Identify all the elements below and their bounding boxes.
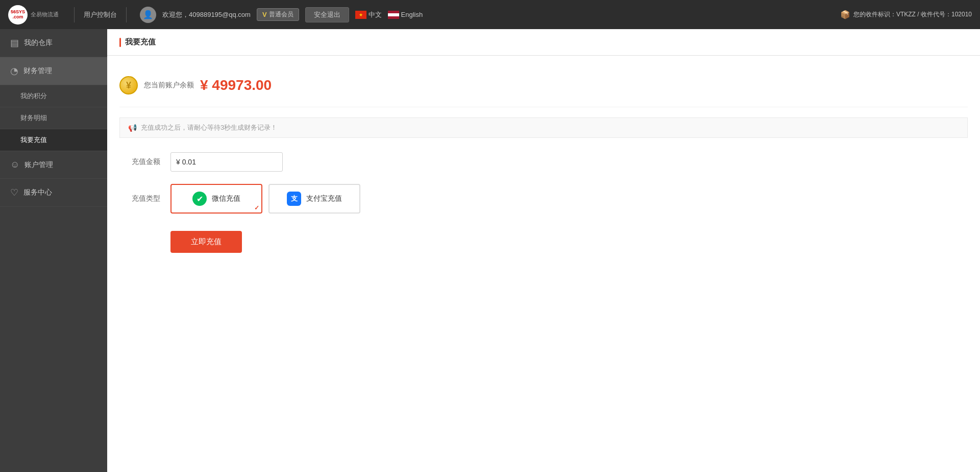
- sidebar-item-finance[interactable]: ◔ 财务管理: [0, 57, 107, 85]
- logout-button[interactable]: 安全退出: [305, 7, 349, 22]
- member-v-icon: V: [262, 11, 267, 18]
- balance-label: 您当前账户余额: [144, 81, 194, 90]
- header-divider2: [126, 7, 127, 22]
- content-body: ¥ 您当前账户余额 ¥ 49973.00 📢 充值成功之后，请耐心等待3秒生成财…: [107, 56, 980, 472]
- amount-form-row: 充值金额: [119, 152, 968, 172]
- header-right: 📦 您的收件标识：VTKZZ / 收件代号：102010: [840, 10, 972, 19]
- finance-icon: ◔: [10, 65, 18, 77]
- sidebar-item-label: 我的仓库: [24, 38, 53, 48]
- wechat-payment-option[interactable]: ✔ 微信充值: [170, 184, 262, 214]
- sidebar-item-label: 账户管理: [24, 160, 53, 170]
- alipay-payment-option[interactable]: 支 支付宝充值: [268, 184, 360, 214]
- sidebar-sub-item-recharge[interactable]: 我要充值: [0, 129, 107, 151]
- wechat-icon: ✔: [192, 192, 207, 206]
- payment-options: ✔ 微信充值 支 支付宝充值: [170, 184, 360, 214]
- page-header: 我要充值: [107, 29, 980, 56]
- balance-area: ¥ 您当前账户余额 ¥ 49973.00: [119, 66, 968, 107]
- avatar: 👤: [140, 7, 156, 23]
- amount-input[interactable]: [170, 152, 283, 172]
- flag-th: [388, 11, 399, 19]
- flag-cn: ★: [355, 11, 366, 19]
- recharge-label: 我要充值: [20, 135, 47, 145]
- sidebar-item-label: 财务管理: [23, 66, 52, 76]
- sidebar-sub-item-statement[interactable]: 财务明细: [0, 107, 107, 129]
- statement-label: 财务明细: [20, 113, 47, 123]
- package-icon: 📦: [840, 10, 850, 19]
- lang-en-item[interactable]: English: [388, 11, 423, 19]
- lang-en-label: English: [401, 11, 423, 18]
- lang-cn-label: 中文: [369, 10, 382, 19]
- sidebar-item-service[interactable]: ♡ 服务中心: [0, 179, 107, 207]
- member-badge: V 普通会员: [257, 8, 299, 21]
- sidebar: ▤ 我的仓库 ◔ 财务管理 我的积分 财务明细 我要充值 ☺ 账户管理 ♡ 服务…: [0, 29, 107, 472]
- member-badge-label: 普通会员: [269, 10, 293, 19]
- notice-icon: 📢: [128, 124, 137, 132]
- service-icon: ♡: [10, 187, 18, 198]
- alipay-icon: 支: [287, 192, 301, 206]
- logo: 56SYS.com 全易物流通: [8, 5, 59, 25]
- points-label: 我的积分: [20, 91, 47, 101]
- lang-cn-item[interactable]: ★ 中文: [355, 10, 382, 19]
- user-panel-label: 用户控制台: [84, 10, 117, 19]
- main-layout: ▤ 我的仓库 ◔ 财务管理 我的积分 财务明细 我要充值 ☺ 账户管理 ♡ 服务…: [0, 29, 980, 472]
- coin-icon: ¥: [119, 76, 138, 95]
- header: 56SYS.com 全易物流通 用户控制台 👤 欢迎您，409889195@qq…: [0, 0, 980, 29]
- payment-type-form-row: 充值类型 ✔ 微信充值 支 支付宝充值: [119, 184, 968, 214]
- account-icon: ☺: [10, 159, 19, 170]
- logo-subtitle: 全易物流通: [31, 11, 59, 18]
- warehouse-icon: ▤: [10, 37, 19, 49]
- welcome-text: 欢迎您，409889195@qq.com: [162, 10, 251, 19]
- page-title: 我要充值: [125, 37, 156, 47]
- sidebar-item-account[interactable]: ☺ 账户管理: [0, 151, 107, 179]
- package-label: 您的收件标识：VTKZZ / 收件代号：102010: [853, 10, 972, 19]
- logo-icon: 56SYS.com: [8, 5, 28, 25]
- balance-amount: ¥ 49973.00: [200, 77, 272, 93]
- alipay-label: 支付宝充值: [306, 194, 342, 203]
- notice-bar: 📢 充值成功之后，请耐心等待3秒生成财务记录！: [119, 117, 968, 138]
- content-area: 我要充值 ¥ 您当前账户余额 ¥ 49973.00 📢 充值成功之后，请耐心等待…: [107, 29, 980, 472]
- payment-type-label: 充值类型: [119, 194, 160, 203]
- title-bar-accent: [119, 38, 121, 47]
- wechat-label: 微信充值: [212, 194, 240, 203]
- header-divider: [74, 7, 75, 22]
- submit-recharge-button[interactable]: 立即充值: [170, 231, 242, 253]
- sidebar-item-label: 服务中心: [23, 188, 52, 197]
- notice-text: 充值成功之后，请耐心等待3秒生成财务记录！: [141, 123, 277, 132]
- sidebar-item-warehouse[interactable]: ▤ 我的仓库: [0, 29, 107, 57]
- amount-label: 充值金额: [119, 157, 160, 167]
- sidebar-sub-item-points[interactable]: 我的积分: [0, 85, 107, 107]
